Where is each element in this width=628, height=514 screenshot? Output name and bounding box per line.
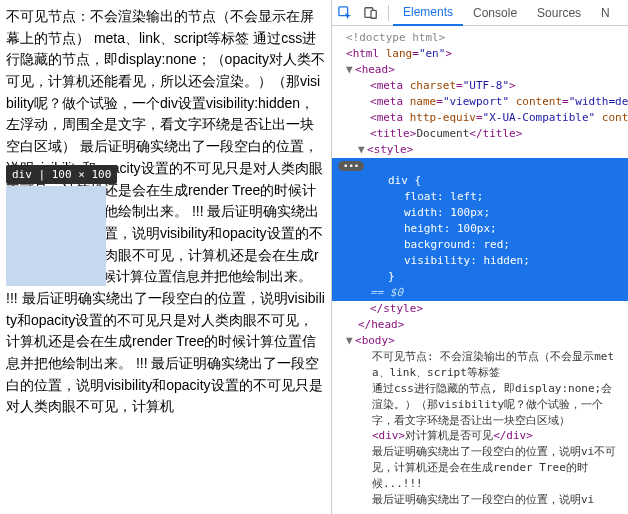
device-toolbar-icon[interactable] <box>358 0 384 26</box>
selected-css-block[interactable]: ••• div { float: left; width: 100px; hei… <box>332 158 628 301</box>
rendered-page: div | 100 × 100 不可见节点：不会渲染输出的节点（不会显示在屏幕上… <box>0 0 331 514</box>
tab-console[interactable]: Console <box>463 0 527 26</box>
expand-toggle[interactable]: ▼ <box>358 142 367 158</box>
expand-toggle[interactable]: ▼ <box>346 62 355 78</box>
tab-sources[interactable]: Sources <box>527 0 591 26</box>
doctype-node: <!doctype html> <box>346 31 445 44</box>
toolbar-separator <box>388 5 389 21</box>
devtools-panel: Elements Console Sources N <!doctype htm… <box>331 0 628 514</box>
expand-toggle[interactable]: ▼ <box>346 333 355 349</box>
console-selection-marker: == $0 <box>370 286 403 299</box>
element-size-badge: div | 100 × 100 <box>6 165 117 184</box>
text-node[interactable]: 最后证明确实绕出了一段空白的位置，说明vi不可见，计算机还是会在生成render… <box>332 444 628 492</box>
text-node[interactable]: 最后证明确实绕出了一段空白的位置，说明vi <box>332 492 628 508</box>
devtools-toolbar: Elements Console Sources N <box>332 0 628 26</box>
div-node[interactable]: <div>对计算机是否可见</div> <box>332 428 628 444</box>
tab-elements[interactable]: Elements <box>393 0 463 26</box>
text-node[interactable]: 不可见节点: 不会渲染输出的节点（不会显示meta、link、script等标签 <box>332 349 628 381</box>
svg-rect-2 <box>371 10 376 18</box>
ellipsis-icon[interactable]: ••• <box>338 161 364 171</box>
inspect-element-icon[interactable] <box>332 0 358 26</box>
inspected-div-overlay <box>6 186 106 286</box>
elements-tree[interactable]: <!doctype html> <html lang="en"> ▼<head>… <box>332 26 628 514</box>
text-node[interactable]: 通过css进行隐藏的节点, 即display:none;会渲染。）（那visib… <box>332 381 628 429</box>
tab-network[interactable]: N <box>591 0 620 26</box>
